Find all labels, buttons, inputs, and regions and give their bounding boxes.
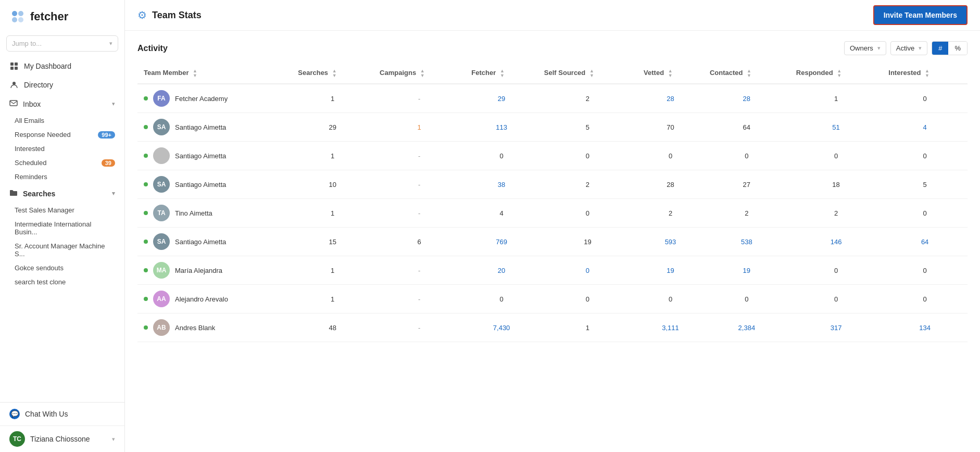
cell-0-6: 1 (790, 84, 882, 113)
activity-table: Team Member ▲▼ Searches ▲▼ Campaigns ▲▼ … (137, 64, 968, 342)
svg-rect-6 (10, 67, 14, 70)
cell-8-5: 2,384 (703, 313, 790, 342)
cell-7-5: 0 (703, 285, 790, 313)
svg-point-0 (12, 11, 17, 16)
sidebar-sub-interested[interactable]: Interested (0, 142, 124, 156)
cell-1-2: 113 (465, 113, 537, 142)
jump-to-search[interactable]: Jump to... ▾ (6, 35, 118, 52)
status-dot (144, 325, 148, 330)
cell-6-4: 19 (637, 256, 703, 285)
interested-label: Interested (15, 145, 45, 153)
col-team-member[interactable]: Team Member ▲▼ (137, 64, 292, 84)
sidebar-item-dashboard[interactable]: My Dashboard (0, 57, 124, 76)
search5-label: search test clone (15, 278, 66, 286)
member-name: Santiago Aimetta (175, 152, 226, 160)
member-name: Santiago Aimetta (175, 238, 226, 246)
cell-2-5: 0 (703, 142, 790, 170)
sidebar-sub-search1[interactable]: Test Sales Manager (0, 203, 124, 217)
chat-with-us-item[interactable]: 💬 Chat With Us (0, 403, 124, 425)
cell-6-0: 1 (292, 256, 373, 285)
logo-icon (9, 8, 26, 25)
col-contacted[interactable]: Contacted ▲▼ (703, 64, 790, 84)
cell-8-4: 3,111 (637, 313, 703, 342)
svg-rect-7 (15, 67, 18, 70)
cell-2-6: 0 (790, 142, 882, 170)
activity-title: Activity (137, 44, 168, 53)
jump-to-placeholder: Jump to... (12, 40, 42, 47)
col-self-sourced[interactable]: Self Sourced ▲▼ (538, 64, 637, 84)
sidebar-sub-search4[interactable]: Gokce sendouts (0, 261, 124, 275)
activity-section: Activity Owners ▾ Active ▾ # % (125, 31, 980, 452)
sort-arrows-interested: ▲▼ (925, 69, 929, 78)
cell-8-7: 134 (882, 313, 968, 342)
status-dot (144, 240, 148, 244)
sidebar-sub-search2[interactable]: Intermediate International Busin... (0, 217, 124, 239)
member-avatar: SA (153, 176, 170, 193)
sidebar: fetcher Jump to... ▾ My Dashboard Direct… (0, 0, 125, 452)
avatar: TC (9, 431, 25, 447)
cell-5-4: 593 (637, 228, 703, 256)
sidebar-item-directory[interactable]: Directory (0, 76, 124, 94)
settings-icon: ⚙ (137, 9, 147, 21)
sidebar-item-inbox[interactable]: Inbox ▾ (0, 94, 124, 114)
col-responded[interactable]: Responded ▲▼ (790, 64, 882, 84)
sidebar-sub-all-emails[interactable]: All Emails (0, 114, 124, 128)
sidebar-sub-search3[interactable]: Sr. Account Manager Machine S... (0, 239, 124, 261)
cell-5-2: 769 (465, 228, 537, 256)
cell-1-0: 29 (292, 113, 373, 142)
cell-5-5: 538 (703, 228, 790, 256)
cell-4-3: 0 (538, 199, 637, 228)
member-name: Santiago Aimetta (175, 181, 226, 189)
search2-label: Intermediate International Busin... (15, 220, 115, 236)
sidebar-item-searches[interactable]: Searches ▾ (0, 184, 124, 203)
status-dot (144, 182, 148, 186)
col-fetcher[interactable]: Fetcher ▲▼ (465, 64, 537, 84)
percent-toggle-button[interactable]: % (948, 42, 967, 55)
cell-4-7: 0 (882, 199, 968, 228)
cell-2-7: 0 (882, 142, 968, 170)
cell-0-1: - (373, 84, 465, 113)
sort-arrows-contacted: ▲▼ (747, 69, 751, 78)
mail-icon (9, 99, 18, 109)
user-profile-item[interactable]: TC Tiziana Chiossone ▾ (0, 425, 124, 452)
team-member-cell-8: AB Andres Blank (137, 313, 292, 342)
cell-8-0: 48 (292, 313, 373, 342)
sidebar-sub-search5[interactable]: search test clone (0, 275, 124, 289)
page-title-row: ⚙ Team Stats (137, 9, 202, 21)
sidebar-sub-response-needed[interactable]: Response Needed 99+ (0, 128, 124, 142)
member-avatar: MA (153, 262, 170, 279)
col-vetted[interactable]: Vetted ▲▼ (637, 64, 703, 84)
col-campaigns[interactable]: Campaigns ▲▼ (373, 64, 465, 84)
member-name: Fetcher Academy (175, 95, 228, 103)
col-interested[interactable]: Interested ▲▼ (882, 64, 968, 84)
invite-team-members-button[interactable]: Invite Team Members (873, 5, 968, 25)
hash-toggle-button[interactable]: # (932, 42, 948, 55)
active-filter[interactable]: Active ▾ (890, 41, 927, 55)
sort-arrows-responded: ▲▼ (837, 69, 841, 78)
cell-4-1: - (373, 199, 465, 228)
col-searches[interactable]: Searches ▲▼ (292, 64, 373, 84)
member-name: Tino Aimetta (175, 209, 212, 217)
search1-label: Test Sales Manager (15, 206, 74, 214)
member-name: Andres Blank (175, 324, 215, 332)
chevron-down-icon: ▾ (109, 40, 112, 47)
svg-rect-9 (10, 101, 17, 106)
grid-icon (9, 61, 19, 71)
sidebar-sub-reminders[interactable]: Reminders (0, 170, 124, 184)
cell-0-2: 29 (465, 84, 537, 113)
cell-7-4: 0 (637, 285, 703, 313)
svg-point-8 (12, 82, 16, 85)
cell-7-2: 0 (465, 285, 537, 313)
active-label: Active (896, 44, 914, 52)
owners-filter[interactable]: Owners ▾ (844, 41, 886, 55)
svg-point-3 (18, 17, 23, 22)
sort-arrows-team-member: ▲▼ (193, 69, 197, 78)
chat-label: Chat With Us (25, 410, 68, 418)
sidebar-sub-scheduled[interactable]: Scheduled 39 (0, 156, 124, 170)
table-row: AA Alejandro Arevalo 1-000000 (137, 285, 968, 313)
member-avatar: TA (153, 205, 170, 221)
cell-6-2: 20 (465, 256, 537, 285)
team-member-cell-3: SA Santiago Aimetta (137, 170, 292, 199)
cell-6-6: 0 (790, 256, 882, 285)
cell-1-1: 1 (373, 113, 465, 142)
